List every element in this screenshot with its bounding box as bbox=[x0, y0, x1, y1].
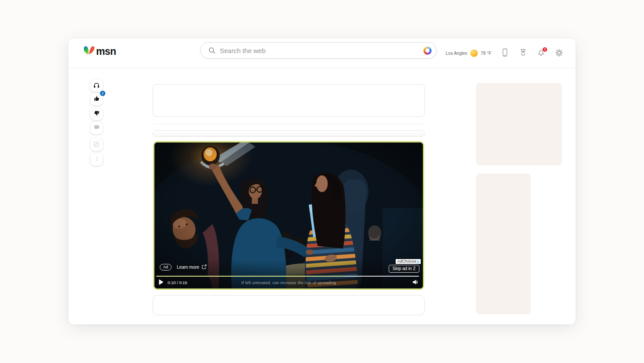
share-button[interactable] bbox=[90, 139, 103, 151]
sun-icon bbox=[470, 50, 478, 57]
comment-icon bbox=[94, 125, 100, 132]
video-player[interactable]: AdChoices Skip ad in 2 Ad Learn more bbox=[153, 141, 424, 290]
msn-window: msn Los Angles 78 °F bbox=[68, 39, 576, 324]
time-display: 0:10 / 0:15 bbox=[168, 280, 187, 285]
page: msn Los Angles 78 °F bbox=[0, 0, 644, 363]
gear-icon bbox=[555, 49, 563, 58]
comments-button[interactable] bbox=[90, 122, 103, 134]
header-actions: Los Angles 78 °F bbox=[446, 39, 563, 68]
headphones-icon bbox=[93, 82, 100, 89]
weather-temp: 78 °F bbox=[481, 51, 491, 56]
play-button[interactable] bbox=[159, 279, 164, 286]
header: msn Los Angles 78 °F bbox=[68, 39, 576, 68]
volume-button[interactable] bbox=[412, 279, 419, 286]
msn-butterfly-icon bbox=[82, 45, 96, 57]
ad-info-row: Ad Learn more bbox=[160, 264, 207, 270]
adchoices-label: AdChoices bbox=[397, 259, 416, 264]
search-bar[interactable] bbox=[200, 42, 436, 59]
ad-badge: Ad bbox=[160, 264, 172, 270]
skip-ad-button[interactable]: Skip ad in 2 bbox=[389, 265, 419, 273]
rewards-button[interactable] bbox=[519, 49, 527, 58]
more-vertical-icon bbox=[94, 156, 100, 163]
notification-count-badge: 3 bbox=[543, 47, 547, 52]
content-divider bbox=[153, 124, 425, 125]
adchoices-triangle-icon bbox=[417, 260, 420, 263]
byline-placeholder-bar bbox=[153, 130, 425, 137]
listen-button[interactable] bbox=[90, 79, 103, 92]
thumbs-up-button[interactable]: 7 bbox=[90, 93, 103, 105]
weather-widget[interactable]: Los Angles 78 °F bbox=[446, 50, 491, 57]
thumbs-down-icon bbox=[94, 110, 100, 117]
right-rail-placeholder-bottom bbox=[476, 174, 531, 314]
msn-wordmark: msn bbox=[96, 46, 116, 57]
volume-icon bbox=[412, 279, 419, 286]
right-rail-placeholder-top bbox=[476, 83, 562, 165]
search-icon bbox=[208, 47, 215, 54]
mobile-app-button[interactable] bbox=[501, 49, 509, 58]
play-icon bbox=[159, 279, 164, 286]
thumbs-down-button[interactable] bbox=[90, 108, 103, 120]
adchoices-button[interactable]: AdChoices bbox=[396, 259, 421, 264]
learn-more-link[interactable]: Learn more bbox=[177, 264, 207, 270]
like-count-badge: 7 bbox=[100, 90, 106, 96]
rewards-medal-icon bbox=[519, 48, 527, 58]
msn-logo[interactable]: msn bbox=[82, 45, 116, 57]
share-icon bbox=[93, 141, 100, 149]
learn-more-label: Learn more bbox=[177, 265, 199, 270]
weather-location: Los Angles bbox=[446, 51, 467, 56]
settings-button[interactable] bbox=[555, 49, 563, 58]
external-link-icon bbox=[202, 264, 207, 270]
thumbs-up-icon bbox=[94, 96, 100, 103]
phone-icon bbox=[501, 48, 509, 58]
action-rail: 7 bbox=[90, 79, 103, 166]
article-placeholder-card bbox=[153, 84, 425, 117]
video-controls: 0:10 / 0:15 If left untreated, can incre… bbox=[154, 277, 423, 288]
video-caption: If left untreated, can increase the risk… bbox=[241, 281, 336, 285]
copilot-icon[interactable] bbox=[423, 46, 432, 55]
search-input[interactable] bbox=[220, 47, 423, 54]
below-video-placeholder-card bbox=[153, 295, 425, 315]
more-options-button[interactable] bbox=[90, 153, 103, 166]
notifications-button[interactable]: 3 bbox=[537, 49, 545, 58]
